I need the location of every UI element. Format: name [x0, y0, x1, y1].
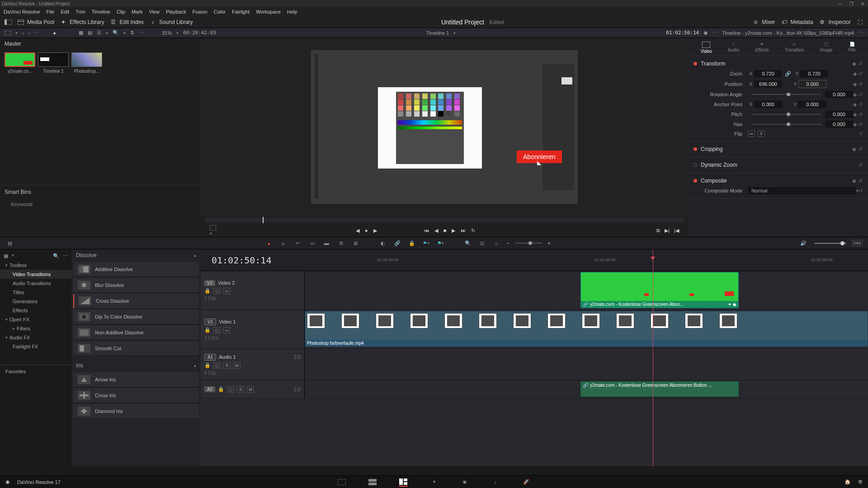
flag-teal-icon[interactable]: ⚑▾	[436, 239, 445, 248]
match-frame-icon[interactable]: ⧉	[656, 228, 660, 234]
yaw-field[interactable]	[825, 121, 853, 128]
fullscreen-icon[interactable]: ⛶	[856, 19, 863, 26]
prev-icon[interactable]: ‹	[22, 30, 24, 36]
volume-slider[interactable]	[815, 243, 846, 244]
marker-tool[interactable]: ◐	[378, 239, 387, 248]
timeline-clip[interactable]: 🔗y2mate.com - Kostenlose Greenscreen Abo…	[580, 381, 739, 397]
next-frame-icon[interactable]: ▶	[373, 228, 377, 234]
timeline-timecode[interactable]: 01:02:50:14	[201, 255, 305, 266]
menu-item[interactable]: Playback	[166, 9, 186, 14]
home-icon[interactable]: 🏠	[844, 479, 851, 485]
settings-icon[interactable]: ⚙	[858, 479, 863, 485]
auto-select-button[interactable]: ▢	[213, 288, 221, 294]
inspector-toggle[interactable]: ⚙Inspector	[819, 19, 851, 26]
prev-edit-icon[interactable]: |◀	[674, 228, 679, 234]
section-composite[interactable]: Composite	[701, 178, 726, 184]
section-cropping[interactable]: Cropping	[701, 146, 723, 152]
minimize-icon[interactable]: —	[838, 1, 842, 6]
blade-tool[interactable]: ✂	[293, 239, 302, 248]
dim-button[interactable]: DIM	[852, 240, 863, 246]
prev-frame-icon[interactable]: ◀	[356, 228, 359, 234]
fx-item[interactable]: Arrow Iris	[73, 372, 199, 387]
menu-item[interactable]: Fusion	[193, 9, 208, 14]
edit-index-toggle[interactable]: ☰Edit Index	[110, 19, 144, 26]
rotation-slider[interactable]	[751, 94, 821, 95]
trim-tool[interactable]: ⎄	[279, 239, 288, 248]
next-edit-icon[interactable]: ▶|	[665, 228, 670, 234]
section-transform[interactable]: Transform	[701, 61, 725, 67]
media-clip[interactable]: Timeline 1	[38, 52, 69, 74]
menu-item[interactable]: Timeline	[92, 9, 110, 14]
effects-library-toggle[interactable]: ✦Effects Library	[60, 19, 104, 26]
video-transitions[interactable]: Video Transitions	[0, 270, 71, 279]
last-frame-icon[interactable]: ⏭	[461, 228, 466, 233]
enable-dot-icon[interactable]	[693, 147, 697, 151]
solo-button[interactable]: S	[237, 386, 244, 393]
menu-item[interactable]: Edit	[61, 9, 69, 14]
media-clip[interactable]: y2mate.co...	[5, 52, 35, 74]
zoom-fit-icon[interactable]: ⊡	[478, 239, 487, 248]
fx-item[interactable]: Blur Dissolve	[73, 278, 199, 293]
auto-select-button[interactable]: ▢	[227, 386, 234, 393]
favorites[interactable]: Favorites	[0, 365, 71, 376]
tab-file[interactable]: 📄File	[848, 42, 855, 54]
link-icon[interactable]: 🔗	[785, 71, 791, 77]
position-y-field[interactable]	[798, 80, 826, 88]
media-pool-toggle[interactable]: Media Pool	[17, 19, 54, 26]
overwrite-tool[interactable]: ▬	[322, 239, 331, 248]
fx-item[interactable]: Additive Dissolve	[73, 262, 199, 277]
media-page-icon[interactable]	[337, 478, 346, 487]
fx-item[interactable]: Non-Additive Dissolve	[73, 325, 199, 340]
color-page-icon[interactable]: ◉	[460, 478, 469, 487]
cut-page-icon[interactable]	[368, 478, 377, 487]
openfx-group[interactable]: ▾Open FX	[0, 315, 71, 324]
lock-icon[interactable]: 🔒	[218, 386, 224, 392]
zoom-minus-icon[interactable]: −	[507, 240, 509, 246]
keywords-bin[interactable]: Keywords	[0, 199, 201, 210]
fusion-page-icon[interactable]: ✦	[429, 478, 439, 487]
close-icon[interactable]: ✕	[861, 1, 864, 6]
more-icon[interactable]: ⋯	[712, 30, 717, 36]
mute-button[interactable]: M	[233, 362, 241, 369]
enable-dot-icon[interactable]	[693, 179, 697, 183]
menu-item[interactable]: Fairlight	[232, 9, 250, 14]
maximize-icon[interactable]: ❐	[849, 1, 854, 6]
generators[interactable]: Generators	[0, 297, 71, 306]
edit-page-icon[interactable]	[399, 478, 408, 487]
first-frame-icon[interactable]: ⏮	[424, 228, 429, 233]
next-icon[interactable]: ›	[28, 30, 30, 36]
mixer-toggle[interactable]: ⎚Mixer	[752, 19, 775, 26]
zoom-icon[interactable]: ⌕	[492, 239, 501, 248]
toggle-button[interactable]: ▭	[223, 327, 231, 333]
anchor-y-field[interactable]	[798, 101, 826, 108]
fit-tool[interactable]: ⊞	[351, 239, 360, 248]
layout-icon[interactable]	[5, 19, 12, 26]
titles[interactable]: Titles	[0, 288, 71, 297]
auto-select-button[interactable]: ▢	[213, 362, 221, 369]
zoom-x-field[interactable]	[754, 70, 782, 77]
lock-icon[interactable]: 🔒	[204, 362, 211, 368]
menu-item[interactable]: View	[149, 9, 160, 14]
tab-audio[interactable]: ♪Audio	[728, 42, 740, 54]
auto-select-button[interactable]: ▢	[213, 327, 221, 333]
menu-item[interactable]: Trim	[75, 9, 85, 14]
more-icon[interactable]: ⋯	[859, 30, 863, 36]
eye-icon[interactable]: ◉	[703, 30, 708, 36]
zoom-plus-icon[interactable]: +	[547, 240, 550, 246]
fx-item[interactable]: Dip To Color Dissolve	[73, 310, 199, 324]
track-head-v2[interactable]: V2Video 2 🔒▢▭ 1 Clip	[201, 271, 305, 310]
rotation-field[interactable]	[825, 91, 853, 98]
panel-menu-icon[interactable]	[5, 31, 11, 35]
sort-icon[interactable]: ⇅	[130, 30, 134, 36]
track-head-a2[interactable]: A2🔒▢SM2.0	[201, 380, 305, 398]
toolbox-group[interactable]: ▾Toolbox	[0, 261, 71, 270]
link-tool[interactable]: 🔗	[393, 239, 402, 248]
play-icon[interactable]: ▶	[452, 228, 455, 234]
flip-h-button[interactable]: ⇔	[748, 131, 755, 137]
chevron-down-icon[interactable]: ▾	[15, 31, 18, 35]
lock-icon[interactable]: 🔒	[204, 288, 211, 294]
composite-mode-dropdown[interactable]: Normal	[748, 187, 856, 194]
loop-icon[interactable]: ↻	[471, 228, 475, 234]
toggle-button[interactable]: ▭	[223, 288, 231, 294]
track-head-a1[interactable]: A1Audio 12.0 🔒▢SM 0 Clip	[201, 349, 305, 380]
